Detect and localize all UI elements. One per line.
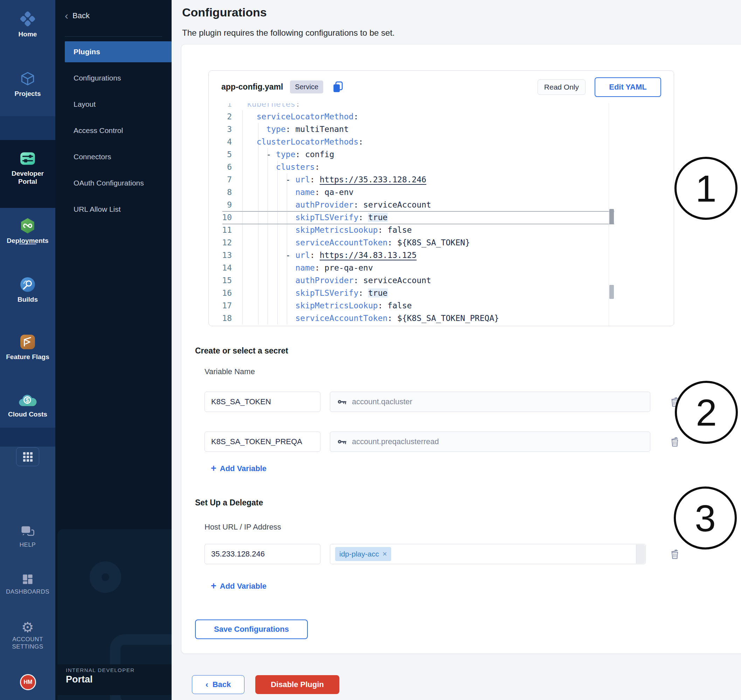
trash-icon[interactable]: [670, 436, 680, 447]
line-number: 12: [209, 236, 232, 249]
sidebar-item-label: Feature Flags: [0, 353, 55, 361]
user-avatar[interactable]: HM: [20, 674, 36, 690]
sidebar-item-label: Home: [0, 30, 55, 38]
edit-yaml-button[interactable]: Edit YAML: [595, 77, 661, 97]
yaml-line-4: 4 clusterLocatorMethods:: [209, 135, 673, 148]
yaml-line-18: 18 serviceAccountToken: ${K8S_SA_TOKEN_P…: [209, 312, 673, 325]
delegate-row: idp-play-acc×: [205, 544, 680, 564]
tags-field-strip: [636, 545, 645, 563]
trash-icon[interactable]: [670, 549, 680, 560]
module-grid-button[interactable]: [16, 447, 39, 466]
annotation-circle-1: 1: [675, 157, 738, 220]
variable-name-label: Variable Name: [205, 367, 255, 376]
sidebar-item-label: Cloud Costs: [0, 410, 55, 418]
module-nav-item-url-allow-list[interactable]: URL Allow List: [65, 199, 172, 220]
yaml-editor-card: app-config.yaml Service Read Only Edit Y…: [208, 71, 674, 326]
line-number: 9: [209, 199, 232, 211]
copy-button[interactable]: [332, 81, 343, 93]
sidebar-item-feature-flags[interactable]: Feature Flags: [0, 333, 55, 361]
sidebar-item-label: ACCOUNTSETTINGS: [0, 635, 55, 650]
line-number: 6: [209, 161, 232, 173]
disable-plugin-button[interactable]: Disable Plugin: [255, 675, 339, 694]
sidebar-item-label: Projects: [0, 90, 55, 98]
current-line-border-bottom: [222, 224, 614, 224]
sidebar-item-deployments[interactable]: Deployments: [0, 217, 55, 245]
nav-back-button[interactable]: ‹ Back: [65, 10, 90, 21]
module-nav-sidebar: ‹ Back PluginsConfigurationsLayoutAccess…: [55, 0, 172, 700]
current-line-border-top: [222, 211, 614, 212]
read-only-badge: Read Only: [538, 79, 585, 95]
projects-icon: [19, 70, 37, 87]
secret-select-field[interactable]: account.preqaclusterread: [330, 432, 650, 452]
line-number: 18: [209, 312, 232, 325]
yaml-line-11: 11 skipMetricsLookup: false: [209, 224, 673, 236]
scrollbar-track: [608, 103, 609, 326]
sidebar-item-label: HELP: [0, 541, 55, 549]
add-variable-link[interactable]: + Add Variable: [211, 463, 267, 474]
yaml-line-8: 8 name: qa-env: [209, 186, 673, 199]
delegate-tags-field[interactable]: idp-play-acc×: [330, 544, 646, 564]
sidebar-item-account-settings[interactable]: ⚙ ACCOUNTSETTINGS: [0, 620, 55, 650]
annotation-circle-2: 2: [675, 381, 738, 444]
home-icon: [19, 10, 37, 28]
deployments-icon: [19, 217, 37, 234]
line-number: 3: [209, 123, 232, 135]
line-number: 7: [209, 173, 232, 186]
variable-name-input[interactable]: [205, 432, 320, 452]
secret-select-field[interactable]: account.qacluster: [330, 392, 650, 412]
sidebar-collapse-strip[interactable]: [0, 428, 55, 447]
variable-name-input[interactable]: [205, 392, 320, 412]
sidebar-item-cloud-costs[interactable]: $ Cloud Costs: [0, 392, 55, 418]
annotation-circle-3: 3: [674, 487, 737, 550]
secret-row: account.qacluster: [205, 392, 680, 412]
configurations-card: app-config.yaml Service Read Only Edit Y…: [181, 44, 741, 654]
sidebar-item-home[interactable]: Home: [0, 10, 55, 38]
line-number: 4: [209, 135, 232, 148]
add-variable-link-delegate[interactable]: + Add Variable: [211, 581, 267, 591]
scrollbar-thumb[interactable]: [609, 209, 614, 224]
line-number: 13: [209, 249, 232, 262]
line-number: 8: [209, 186, 232, 199]
sidebar-item-builds[interactable]: Builds: [0, 276, 55, 303]
yaml-line-12: 12 serviceAccountToken: ${K8S_SA_TOKEN}: [209, 236, 673, 249]
yaml-line-5: 5 - type: config: [209, 148, 673, 161]
module-nav-item-configurations[interactable]: Configurations: [65, 68, 172, 88]
host-url-input[interactable]: [205, 544, 320, 564]
delegate-rows: idp-play-acc×: [205, 544, 680, 584]
sidebar-item-developer-portal[interactable]: DeveloperPortal: [0, 150, 55, 185]
module-nav-item-oauth-configurations[interactable]: OAuth Configurations: [65, 172, 172, 194]
brand-title: Portal: [66, 674, 93, 685]
yaml-line-9: 9 authProvider: serviceAccount: [209, 199, 673, 211]
decorative-ring: [90, 562, 121, 593]
module-nav-item-access-control[interactable]: Access Control: [65, 120, 172, 141]
yaml-line-1: 1kubernetes:: [209, 103, 673, 110]
yaml-line-15: 15 authProvider: serviceAccount: [209, 274, 673, 287]
back-button[interactable]: ‹ Back: [192, 675, 245, 694]
line-number: 1: [209, 103, 232, 110]
module-nav-item-connectors[interactable]: Connectors: [65, 146, 172, 167]
yaml-line-13: 13 - url: https://34.83.13.125: [209, 249, 673, 262]
sidebar-item-label: Builds: [0, 296, 55, 303]
yaml-editor-header: app-config.yaml Service Read Only Edit Y…: [209, 71, 674, 103]
module-nav-item-layout[interactable]: Layout: [65, 94, 172, 115]
host-url-label: Host URL / IP Address: [205, 522, 281, 532]
yaml-code-lines: 1kubernetes:2 serviceLocatorMethod:3 typ…: [209, 103, 673, 325]
delegate-tag-chip: idp-play-acc×: [335, 547, 391, 561]
save-configurations-button[interactable]: Save Configurations: [195, 619, 308, 639]
copy-icon: [332, 81, 343, 93]
service-badge: Service: [290, 81, 323, 93]
delegate-section-heading: Set Up a Delegate: [195, 498, 263, 507]
remove-tag-icon[interactable]: ×: [382, 550, 387, 559]
sidebar-item-help[interactable]: ? HELP: [0, 525, 55, 549]
sidebar-item-dashboards[interactable]: DASHBOARDS: [0, 573, 55, 596]
secret-section-heading: Create or select a secret: [195, 346, 288, 356]
yaml-line-16: 16 skipTLSVerify: true: [209, 287, 673, 299]
scrollbar-thumb[interactable]: [609, 285, 614, 299]
key-icon: [337, 438, 347, 445]
module-nav-item-plugins[interactable]: Plugins: [65, 41, 172, 62]
plus-icon: +: [211, 581, 217, 591]
line-number: 15: [209, 274, 232, 287]
line-number: 11: [209, 224, 232, 236]
sidebar-item-projects[interactable]: Projects: [0, 70, 55, 98]
svg-text:$: $: [25, 397, 29, 403]
